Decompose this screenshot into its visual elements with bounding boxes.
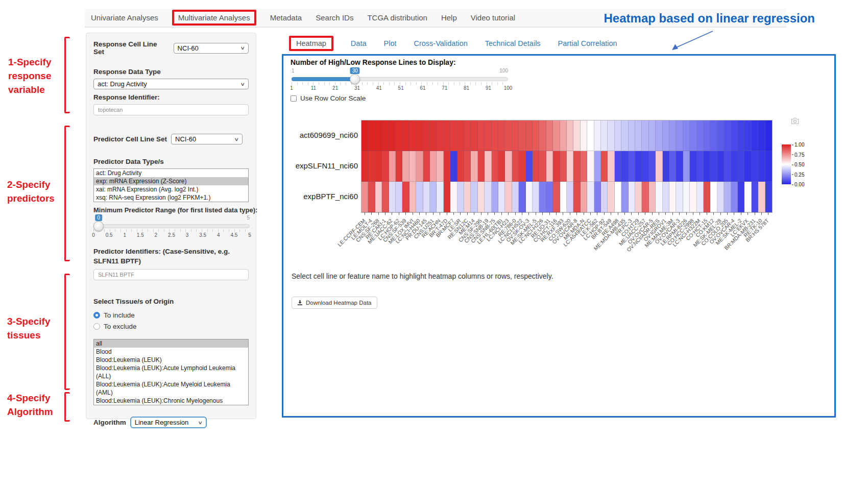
heatmap-cell[interactable] bbox=[649, 151, 656, 182]
heatmap-cell[interactable] bbox=[409, 182, 416, 212]
heatmap-cell[interactable] bbox=[656, 182, 662, 212]
heatmap-cell[interactable] bbox=[519, 182, 525, 212]
heatmap-cell[interactable] bbox=[498, 120, 505, 151]
heatmap-cell[interactable] bbox=[717, 120, 724, 151]
heatmap-cell[interactable] bbox=[375, 151, 382, 182]
tab-cross-validation[interactable]: Cross-Validation bbox=[414, 39, 467, 47]
heatmap-cell[interactable] bbox=[423, 120, 430, 151]
heatmap-cell[interactable] bbox=[430, 182, 437, 212]
heatmap-cell[interactable] bbox=[382, 182, 389, 212]
heatmap-cell[interactable] bbox=[724, 120, 731, 151]
heatmap-cell[interactable] bbox=[498, 182, 505, 212]
heatmap-cell[interactable] bbox=[656, 120, 662, 151]
heatmap-cell[interactable] bbox=[683, 151, 690, 182]
heatmap-cell[interactable] bbox=[642, 151, 648, 182]
heatmap-cell[interactable] bbox=[738, 182, 744, 212]
heatmap-cell[interactable] bbox=[669, 120, 676, 151]
heatmap-cell[interactable] bbox=[608, 182, 614, 212]
heatmap-cell[interactable] bbox=[512, 182, 519, 212]
predictor-data-type-option[interactable]: exp: mRNA Expression (Z-Score) bbox=[94, 177, 248, 185]
heatmap-cell[interactable] bbox=[573, 182, 580, 212]
heatmap-cell[interactable] bbox=[676, 182, 683, 212]
heatmap-cell[interactable] bbox=[587, 182, 594, 212]
heatmap-cell[interactable] bbox=[663, 120, 669, 151]
heatmap-cell[interactable] bbox=[519, 120, 525, 151]
slider-track[interactable] bbox=[93, 224, 250, 228]
row-color-scale-checkbox[interactable] bbox=[291, 95, 297, 102]
heatmap-cell[interactable] bbox=[697, 120, 704, 151]
predictor-data-type-option[interactable]: xsq: RNA-seq Expression (log2 FPKM+1.) bbox=[94, 193, 248, 202]
heatmap-cell[interactable] bbox=[375, 120, 382, 151]
tab-data[interactable]: Data bbox=[351, 39, 367, 47]
heatmap-cell[interactable] bbox=[697, 151, 704, 182]
heatmap-cell[interactable] bbox=[676, 151, 683, 182]
heatmap-cell[interactable] bbox=[608, 151, 614, 182]
heatmap-cell[interactable] bbox=[457, 120, 464, 151]
heatmap-cell[interactable] bbox=[704, 151, 710, 182]
heatmap-cell[interactable] bbox=[765, 120, 772, 151]
heatmap-cell[interactable] bbox=[669, 182, 676, 212]
heatmap-cell[interactable] bbox=[533, 120, 539, 151]
heatmap-cell[interactable] bbox=[731, 151, 738, 182]
heatmap-cell[interactable] bbox=[560, 182, 567, 212]
heatmap-grid[interactable] bbox=[361, 120, 773, 213]
heatmap-cell[interactable] bbox=[629, 182, 635, 212]
nav-item-video-tutorial[interactable]: Video tutorial bbox=[471, 13, 515, 22]
heatmap-cell[interactable] bbox=[361, 151, 368, 182]
heatmap-cell[interactable] bbox=[430, 151, 437, 182]
heatmap-cell[interactable] bbox=[437, 120, 443, 151]
heatmap-cell[interactable] bbox=[758, 151, 765, 182]
heatmap-cell[interactable] bbox=[382, 120, 389, 151]
heatmap-cell[interactable] bbox=[505, 182, 512, 212]
heatmap-cell[interactable] bbox=[389, 151, 396, 182]
heatmap-cell[interactable] bbox=[608, 120, 614, 151]
heatmap-cell[interactable] bbox=[519, 151, 525, 182]
heatmap-cell[interactable] bbox=[758, 182, 765, 212]
response-identifier-input[interactable] bbox=[93, 104, 249, 115]
heatmap-cell[interactable] bbox=[396, 120, 402, 151]
heatmap-cell[interactable] bbox=[594, 151, 601, 182]
predictor-cell-line-set-select[interactable]: NCI-60 ∨ bbox=[171, 134, 243, 144]
heatmap-cell[interactable] bbox=[368, 151, 375, 182]
predictor-identifiers-input[interactable] bbox=[93, 269, 249, 280]
nav-item-tcga-distribution[interactable]: TCGA distribution bbox=[367, 13, 427, 22]
heatmap-cell[interactable] bbox=[553, 151, 560, 182]
heatmap-cell[interactable] bbox=[471, 182, 477, 212]
heatmap-cell[interactable] bbox=[594, 120, 601, 151]
heatmap-cell[interactable] bbox=[526, 120, 533, 151]
heatmap-cell[interactable] bbox=[752, 182, 758, 212]
heatmap-cell[interactable] bbox=[581, 182, 587, 212]
heatmap-cell[interactable] bbox=[717, 151, 724, 182]
heatmap-cell[interactable] bbox=[724, 151, 731, 182]
slider-handle[interactable] bbox=[93, 221, 104, 231]
heatmap-cell[interactable] bbox=[546, 182, 553, 212]
heatmap-cell[interactable] bbox=[724, 182, 731, 212]
heatmap-cell[interactable] bbox=[389, 182, 396, 212]
heatmap-cell[interactable] bbox=[546, 120, 553, 151]
heatmap-cell[interactable] bbox=[690, 182, 696, 212]
heatmap-cell[interactable] bbox=[492, 120, 498, 151]
heatmap-cell[interactable] bbox=[621, 151, 628, 182]
heatmap-cell[interactable] bbox=[656, 151, 662, 182]
heatmap-cell[interactable] bbox=[710, 120, 717, 151]
heatmap-cell[interactable] bbox=[450, 120, 457, 151]
heatmap-cell[interactable] bbox=[629, 151, 635, 182]
heatmap-cell[interactable] bbox=[553, 182, 560, 212]
heatmap-cell[interactable] bbox=[567, 151, 573, 182]
nav-item-search-ids[interactable]: Search IDs bbox=[316, 13, 353, 22]
heatmap-cell[interactable] bbox=[368, 120, 375, 151]
heatmap-cell[interactable] bbox=[423, 151, 430, 182]
heatmap-cell[interactable] bbox=[573, 120, 580, 151]
heatmap-cell[interactable] bbox=[669, 151, 676, 182]
heatmap-cell[interactable] bbox=[738, 151, 744, 182]
heatmap-cell[interactable] bbox=[560, 151, 567, 182]
predictor-data-types-listbox[interactable]: act: Drug Activityexp: mRNA Expression (… bbox=[93, 168, 249, 202]
heatmap-cell[interactable] bbox=[567, 182, 573, 212]
heatmap-cell[interactable] bbox=[635, 182, 642, 212]
algorithm-select[interactable]: Linear Regression ∨ bbox=[130, 417, 207, 428]
heatmap-cell[interactable] bbox=[361, 182, 368, 212]
heatmap-cell[interactable] bbox=[512, 151, 519, 182]
heatmap-cell[interactable] bbox=[752, 151, 758, 182]
response-data-type-select[interactable]: act: Drug Activity ∨ bbox=[93, 79, 249, 89]
heatmap-cell[interactable] bbox=[416, 151, 423, 182]
